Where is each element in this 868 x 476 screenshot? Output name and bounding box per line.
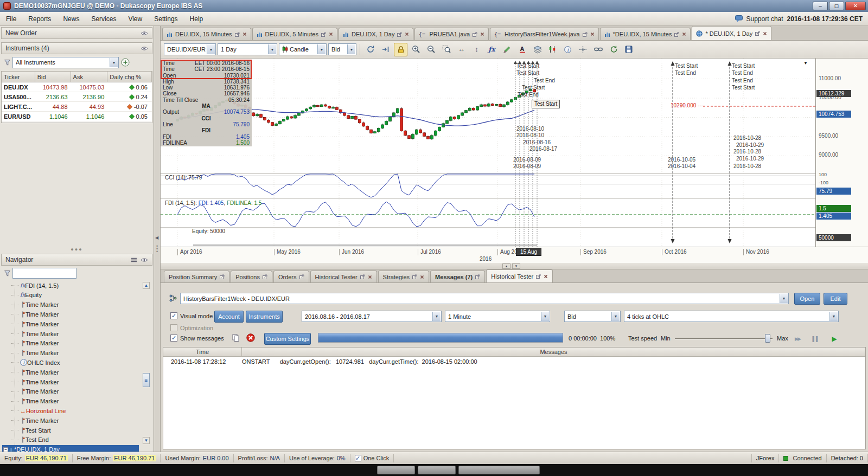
scroll-up-button[interactable]: ▲ bbox=[143, 282, 150, 289]
link-charts-button[interactable] bbox=[591, 43, 605, 56]
axis-collapse-icon[interactable]: ▼ bbox=[803, 61, 808, 66]
zoom-in-button[interactable] bbox=[409, 43, 423, 56]
chevron-down-icon[interactable]: ▼ bbox=[611, 312, 620, 321]
column-header[interactable]: Ask bbox=[71, 72, 108, 82]
optimization-checkbox[interactable] bbox=[170, 324, 177, 331]
support-chat-link[interactable]: Support chat bbox=[746, 15, 783, 23]
bottom-tab-position-summary[interactable]: Position Summary bbox=[164, 271, 229, 282]
time-column-header[interactable]: Time bbox=[163, 348, 242, 356]
message-row[interactable]: 2016-11-08 17:28:12 ONSTART dayCurr.getO… bbox=[163, 357, 865, 366]
menu-item-news[interactable]: News bbox=[57, 12, 85, 25]
taskbar-item[interactable] bbox=[458, 466, 540, 474]
zoom-out-button[interactable] bbox=[424, 43, 438, 56]
instrument-row[interactable]: USA500...2136.632136.900.24 bbox=[2, 92, 152, 102]
menu-icon[interactable] bbox=[131, 258, 137, 262]
toolbar-price-side-select[interactable]: Bid▼ bbox=[328, 43, 356, 55]
time-axis[interactable]: Apr 2016May 2016Jun 2016Jul 2016Aug 2016… bbox=[161, 247, 868, 263]
lock-button[interactable] bbox=[394, 43, 407, 56]
collapse-left-icon[interactable]: ◀ bbox=[155, 235, 158, 240]
chevron-down-icon[interactable]: ▼ bbox=[317, 44, 326, 54]
instrument-row[interactable]: DEU.IDX10473.9810475.030.06 bbox=[2, 82, 152, 92]
navigator-item-horizontal-line[interactable]: ↔Horizontal Line bbox=[3, 406, 140, 415]
draw-tool-button[interactable] bbox=[500, 43, 514, 56]
instruments-button[interactable]: Instruments bbox=[246, 311, 283, 323]
pause-button[interactable]: ▌▌ bbox=[809, 333, 822, 344]
chart-tab--deu-idx-1-day[interactable]: * DEU.IDX, 1 Day bbox=[692, 26, 771, 40]
crosshair-button[interactable] bbox=[576, 43, 590, 56]
navigator-item-test-start[interactable]: Test Start bbox=[3, 426, 140, 435]
minimize-button[interactable]: – bbox=[813, 2, 828, 10]
chart-area[interactable]: 11000.0010500.009500.009000.00100-100106… bbox=[161, 59, 868, 263]
navigator-item-fdi-14-1-5-[interactable]: fxFDI (14, 1.5) bbox=[3, 281, 140, 290]
menu-item-reports[interactable]: Reports bbox=[22, 12, 57, 25]
popout-icon[interactable] bbox=[220, 274, 225, 279]
clear-log-icon[interactable] bbox=[246, 333, 255, 342]
navigator-item-equity[interactable]: fxEquity bbox=[3, 291, 140, 300]
zoom-area-button[interactable] bbox=[439, 43, 453, 56]
taskbar-item[interactable] bbox=[418, 466, 456, 474]
pattern-tool-button[interactable] bbox=[546, 43, 559, 56]
navigator-item-time-marker[interactable]: Time Marker bbox=[3, 300, 140, 310]
navigator-item-time-marker[interactable]: Time Marker bbox=[3, 319, 140, 329]
scroll-down-button[interactable]: ▼ bbox=[143, 437, 150, 444]
toolbar-instrument-select[interactable]: DEU.IDX/EUR▼ bbox=[164, 43, 216, 55]
close-icon[interactable] bbox=[590, 32, 595, 36]
vertical-scale-button[interactable]: ↕ bbox=[470, 43, 483, 56]
popout-icon[interactable] bbox=[475, 274, 480, 279]
eye-icon[interactable] bbox=[141, 258, 148, 262]
collapse-down-button[interactable]: ▼ bbox=[512, 263, 520, 269]
text-tool-button[interactable]: A bbox=[515, 43, 529, 56]
maximize-button[interactable]: ◻ bbox=[829, 2, 844, 10]
column-header[interactable]: Ticker bbox=[2, 72, 35, 82]
panel-splitter[interactable]: ●●● bbox=[0, 247, 154, 252]
play-button[interactable]: ▶ bbox=[828, 333, 841, 344]
popout-icon[interactable] bbox=[536, 274, 541, 279]
account-button[interactable]: Account bbox=[214, 311, 244, 323]
close-button[interactable]: ✕ bbox=[845, 2, 866, 10]
instrument-row[interactable]: LIGHT.C...44.8844.93-0.07 bbox=[2, 102, 152, 112]
menu-item-services[interactable]: Services bbox=[85, 12, 122, 25]
navigator-item-time-marker[interactable]: Time Marker bbox=[3, 329, 140, 338]
auto-refresh-button[interactable] bbox=[607, 43, 620, 56]
collapse-up-button[interactable]: ▲ bbox=[502, 263, 510, 269]
add-indicator-button[interactable]: ƒx bbox=[485, 43, 499, 56]
one-click-checkbox[interactable]: ✓ bbox=[355, 455, 361, 461]
bottom-tab-messages-7-[interactable]: Messages (7) bbox=[430, 271, 485, 282]
close-icon[interactable] bbox=[329, 32, 333, 36]
popout-icon[interactable] bbox=[235, 32, 240, 37]
popout-icon[interactable] bbox=[263, 274, 267, 279]
edit-strategy-button[interactable]: Edit bbox=[824, 293, 847, 305]
eye-icon[interactable] bbox=[141, 46, 148, 51]
navigator-header[interactable]: Navigator bbox=[1, 254, 152, 266]
one-click-option[interactable]: ✓One Click bbox=[350, 454, 394, 462]
chart-tab-deu-idx-1-day[interactable]: DEU.IDX, 1 Day bbox=[339, 28, 413, 40]
fast-forward-button[interactable]: ▶▶ bbox=[791, 333, 804, 344]
popout-icon[interactable] bbox=[473, 32, 477, 37]
chart-tab--deu-idx-15-minutes[interactable]: *DEU.IDX, 15 Minutes bbox=[600, 28, 691, 40]
test-date-range-select[interactable]: 2016.08.16 - 2016.08.17 ▼ bbox=[302, 311, 442, 322]
chevron-down-icon[interactable]: ▼ bbox=[780, 294, 788, 303]
navigator-item-time-marker[interactable]: Time Marker bbox=[3, 377, 140, 387]
open-strategy-button[interactable]: Open bbox=[794, 293, 820, 305]
navigator-item-time-marker[interactable]: Time Marker bbox=[3, 368, 140, 377]
scrollbar-thumb[interactable]: ≡ bbox=[143, 373, 150, 387]
popout-icon[interactable] bbox=[299, 274, 304, 279]
menu-item-help[interactable]: Help bbox=[184, 12, 209, 25]
chevron-down-icon[interactable]: ▼ bbox=[829, 312, 838, 321]
navigator-item-time-marker[interactable]: Time Marker bbox=[3, 339, 140, 348]
close-icon[interactable] bbox=[242, 32, 247, 36]
chevron-down-icon[interactable]: ▼ bbox=[432, 312, 441, 321]
speed-slider-handle[interactable] bbox=[765, 334, 770, 343]
visual-mode-checkbox[interactable]: ✓ bbox=[170, 312, 177, 319]
navigator-item-test-end[interactable]: Test End bbox=[3, 435, 140, 445]
instrument-row[interactable]: EUR/USD1.10461.10460.05 bbox=[2, 112, 152, 121]
close-icon[interactable] bbox=[763, 31, 767, 36]
save-chart-button[interactable] bbox=[622, 43, 635, 56]
popout-icon[interactable] bbox=[360, 274, 365, 279]
bottom-tab-orders[interactable]: Orders bbox=[273, 271, 309, 282]
custom-settings-button[interactable]: Custom Settings bbox=[264, 333, 311, 345]
navigator-item-time-marker[interactable]: Time Marker bbox=[3, 387, 140, 396]
bottom-tab-strategies[interactable]: Strategies bbox=[378, 271, 430, 282]
chevron-down-icon[interactable]: ▼ bbox=[207, 44, 215, 54]
test-ticks-select[interactable]: 4 ticks at OHLC ▼ bbox=[624, 311, 839, 322]
